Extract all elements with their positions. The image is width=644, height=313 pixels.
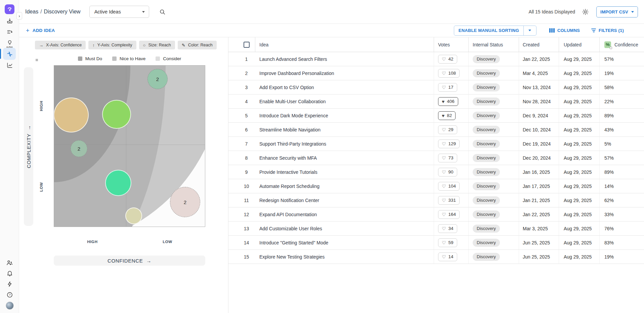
idea-title[interactable]: Support Third-Party Integrations: [255, 137, 434, 151]
idea-title[interactable]: Add Export to CSV Option: [255, 80, 434, 94]
filters-button[interactable]: FILTERS (1): [591, 28, 624, 33]
header-confidence[interactable]: % Confidence: [599, 37, 644, 52]
columns-button[interactable]: COLUMNS: [549, 28, 580, 33]
status-badge[interactable]: Discovery: [473, 239, 500, 247]
sidebar-collapse-button[interactable]: ›: [16, 12, 22, 19]
bubble-matrix-plot[interactable]: 222: [54, 65, 205, 227]
idea-title[interactable]: Enhance Security with MFA: [255, 151, 434, 165]
idea-title[interactable]: Improve Dashboard Personalization: [255, 66, 434, 80]
idea-title[interactable]: Explore New Testing Strategies: [255, 250, 434, 264]
idea-title[interactable]: Introduce Dark Mode Experience: [255, 109, 434, 122]
idea-title[interactable]: Enable Multi-User Collaboration: [255, 94, 434, 108]
bubble-cluster[interactable]: 2: [71, 140, 87, 157]
search-button[interactable]: [159, 9, 166, 15]
status-badge[interactable]: Discovery: [473, 210, 500, 219]
status-badge[interactable]: Discovery: [473, 154, 500, 162]
vote-button[interactable]: ♡ 73: [438, 154, 457, 162]
users-icon[interactable]: [0, 258, 19, 267]
table-row[interactable]: 4 Enable Multi-User Collaboration ♥ 406 …: [228, 94, 644, 109]
status-badge[interactable]: Discovery: [473, 112, 500, 120]
table-row[interactable]: 11 Redesign Notification Center ♡ 331 Di…: [228, 193, 644, 207]
axis-chip[interactable]: ↑Y-Axis: Complexity: [88, 41, 136, 49]
idea-title[interactable]: Launch Advanced Search Filters: [255, 52, 434, 66]
vote-button[interactable]: ♡ 129: [438, 140, 460, 148]
quick-actions-bolt-icon[interactable]: [0, 280, 19, 288]
view-selector-dropdown[interactable]: Active Ideas: [89, 6, 149, 18]
table-row[interactable]: 14 Introduce "Getting Started" Mode ♡ 59…: [228, 236, 644, 250]
idea-title[interactable]: Expand API Documentation: [255, 207, 434, 221]
sorting-options-button[interactable]: [523, 26, 536, 35]
enable-manual-sorting-button[interactable]: ENABLE MANUAL SORTING: [454, 26, 523, 35]
table-row[interactable]: 9 Provide Interactive Tutorials ♡ 90 Dis…: [228, 165, 644, 179]
idea-title[interactable]: Introduce "Getting Started" Mode: [255, 236, 434, 249]
idea-title[interactable]: Redesign Notification Center: [255, 193, 434, 207]
import-csv-button[interactable]: IMPORT CSV: [596, 6, 638, 17]
bubble[interactable]: [102, 100, 131, 129]
table-row[interactable]: 3 Add Export to CSV Option ♡ 17 Discover…: [228, 80, 644, 94]
vote-button[interactable]: ♡ 34: [438, 224, 457, 233]
table-row[interactable]: 5 Introduce Dark Mode Experience ♥ 82 Di…: [228, 109, 644, 123]
backlog-list-icon[interactable]: [0, 28, 19, 37]
app-logo[interactable]: [5, 4, 14, 14]
table-row[interactable]: 2 Improve Dashboard Personalization ♡ 10…: [228, 66, 644, 80]
table-row[interactable]: 15 Explore New Testing Strategies ♡ 14 D…: [228, 250, 644, 264]
status-badge[interactable]: Discovery: [473, 253, 500, 261]
priority-matrix-icon[interactable]: [0, 50, 19, 58]
vote-button[interactable]: ♡ 17: [438, 83, 457, 92]
status-badge[interactable]: Discovery: [473, 126, 500, 134]
status-badge[interactable]: Discovery: [473, 182, 500, 190]
vote-button[interactable]: ♥ 406: [438, 97, 458, 106]
table-row[interactable]: 6 Streamline Mobile Navigation ♡ 29 Disc…: [228, 123, 644, 137]
notifications-bell-icon[interactable]: [0, 269, 19, 278]
vote-button[interactable]: ♡ 331: [438, 196, 460, 205]
row-number: 2: [228, 66, 255, 80]
axis-chip[interactable]: →X-Axis: Confidence: [35, 41, 86, 49]
table-row[interactable]: 1 Launch Advanced Search Filters ♡ 42 Di…: [228, 52, 644, 66]
table-row[interactable]: 13 Add Customizable User Roles ♡ 34 Disc…: [228, 222, 644, 236]
header-votes[interactable]: Votes: [434, 37, 468, 52]
bubble[interactable]: [125, 207, 142, 224]
vote-button[interactable]: ♡ 59: [438, 238, 457, 247]
vote-button[interactable]: ♡ 14: [438, 252, 457, 261]
status-badge[interactable]: Discovery: [473, 69, 500, 77]
status-badge[interactable]: Discovery: [473, 55, 500, 63]
vote-button[interactable]: ♡ 42: [438, 55, 457, 64]
vote-button[interactable]: ♡ 164: [438, 210, 460, 219]
status-badge[interactable]: Discovery: [473, 97, 500, 106]
insights-chart-icon[interactable]: [0, 61, 19, 70]
header-updated[interactable]: Updated: [559, 37, 599, 52]
table-row[interactable]: 7 Support Third-Party Integrations ♡ 129…: [228, 137, 644, 151]
status-badge[interactable]: Discovery: [473, 196, 500, 204]
vote-button[interactable]: ♡ 90: [438, 168, 457, 177]
breadcrumb-root[interactable]: Ideas: [25, 9, 38, 14]
axis-chip[interactable]: ○Size: Reach: [139, 41, 175, 49]
axis-chip[interactable]: ✎Color: Reach: [178, 41, 217, 49]
vote-button[interactable]: ♡ 104: [438, 182, 460, 191]
vote-button[interactable]: ♥ 82: [438, 111, 456, 120]
vote-button[interactable]: ♡ 108: [438, 69, 460, 78]
header-internal-status[interactable]: Internal Status: [468, 37, 519, 52]
idea-title[interactable]: Automate Report Scheduling: [255, 179, 434, 193]
header-created[interactable]: Created: [519, 37, 559, 52]
bubble[interactable]: [54, 97, 89, 132]
idea-title[interactable]: Add Customizable User Roles: [255, 222, 434, 235]
bubble[interactable]: [105, 170, 131, 196]
bubble-cluster[interactable]: 2: [147, 69, 168, 89]
add-idea-button[interactable]: + ADD IDEA: [26, 28, 55, 34]
idea-title[interactable]: Streamline Mobile Navigation: [255, 123, 434, 136]
help-icon[interactable]: ?: [0, 290, 19, 299]
bubble-cluster[interactable]: 2: [170, 187, 200, 217]
profile-avatar[interactable]: [0, 301, 19, 310]
idea-title[interactable]: Provide Interactive Tutorials: [255, 165, 434, 179]
status-badge[interactable]: Discovery: [473, 83, 500, 91]
status-badge[interactable]: Discovery: [473, 225, 500, 233]
select-all-checkbox[interactable]: [244, 42, 250, 48]
status-badge[interactable]: Discovery: [473, 140, 500, 148]
table-row[interactable]: 12 Expand API Documentation ♡ 164 Discov…: [228, 207, 644, 222]
header-idea[interactable]: Idea: [255, 37, 434, 52]
status-badge[interactable]: Discovery: [473, 168, 500, 176]
table-row[interactable]: 8 Enhance Security with MFA ♡ 73 Discove…: [228, 151, 644, 165]
vote-button[interactable]: ♡ 29: [438, 125, 457, 134]
settings-button[interactable]: [582, 8, 589, 15]
table-row[interactable]: 10 Automate Report Scheduling ♡ 104 Disc…: [228, 179, 644, 193]
